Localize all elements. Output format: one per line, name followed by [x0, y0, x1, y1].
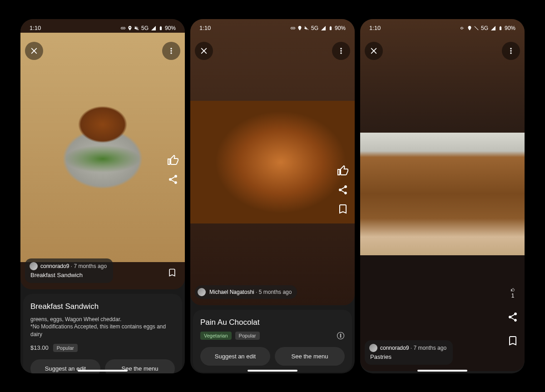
status-battery: 90% [335, 25, 346, 31]
location-icon [127, 25, 133, 31]
share-button[interactable] [168, 174, 178, 185]
close-icon [369, 46, 379, 56]
status-network: 5G [311, 25, 318, 31]
item-title: Breakfast Sandwich [30, 302, 175, 311]
share-icon [337, 184, 348, 195]
see-menu-button[interactable]: See the menu [275, 347, 345, 366]
bookmark-icon [337, 203, 348, 214]
thumbs-up-icon [337, 165, 348, 176]
item-detail-card: Pain Au Chocolat Vegetarian Popular Sugg… [193, 310, 352, 372]
share-button[interactable] [337, 184, 348, 195]
home-indicator[interactable] [78, 370, 128, 372]
more-button[interactable] [502, 42, 520, 60]
author-name: connorado9 [40, 263, 69, 269]
avatar [30, 262, 38, 270]
photo-caption: Breakfast Sandwich [30, 272, 83, 278]
signal-icon [320, 25, 327, 31]
status-bar: 1:10 5G 90% [190, 19, 355, 37]
save-button[interactable] [168, 268, 177, 279]
tag-popular: Popular [53, 344, 78, 352]
battery-icon [498, 25, 503, 31]
side-actions [168, 155, 178, 185]
item-detail-card: Breakfast Sandwich greens, eggs, Wagon W… [23, 294, 182, 373]
location-icon [467, 25, 472, 31]
status-icons [120, 25, 139, 31]
share-icon [168, 174, 178, 185]
info-icon[interactable] [337, 332, 345, 340]
more-vert-icon [506, 46, 515, 55]
more-vert-icon [337, 46, 346, 55]
close-icon [199, 46, 209, 56]
suggest-edit-button[interactable]: Suggest an edit [200, 347, 270, 366]
photo-viewer[interactable]: 1 connorado9 · 7 months ago Pastrie [360, 19, 525, 371]
phone-screen-1: 1:10 5G 90% [20, 19, 185, 373]
phone-screen-2: 1:10 5G 90% [190, 19, 355, 373]
author-time: · 5 months ago [256, 289, 292, 295]
status-time: 1:10 [369, 25, 381, 31]
author-time: · 7 months ago [411, 345, 446, 351]
author-pill[interactable]: connorado9 · 7 months ago Breakfast Sand… [25, 258, 113, 283]
location-icon [297, 25, 302, 31]
food-photo [190, 101, 355, 223]
battery-icon [159, 25, 163, 31]
food-photo [20, 33, 185, 262]
close-button[interactable] [25, 42, 43, 60]
author-time: · 7 months ago [71, 263, 107, 269]
status-time: 1:10 [30, 25, 41, 31]
nav-buttons [365, 42, 520, 60]
nav-buttons [195, 42, 350, 60]
food-photo [360, 133, 525, 255]
bookmark-icon [168, 268, 177, 278]
signal-icon [490, 25, 496, 31]
status-right: 5G 90% [120, 25, 176, 31]
more-button[interactable] [162, 42, 180, 60]
like-count: 1 [511, 293, 515, 299]
like-button[interactable]: 1 [507, 288, 518, 299]
status-bar: 1:10 5G 90% [360, 19, 525, 37]
author-pill[interactable]: connorado9 · 7 months ago Pastries [365, 340, 453, 365]
item-price: $13.00 [30, 344, 49, 351]
tag-vegetarian: Vegetarian [200, 332, 232, 340]
like-button[interactable] [168, 155, 178, 166]
like-button[interactable] [337, 165, 348, 176]
status-time: 1:10 [199, 25, 211, 31]
price-row: $13.00 Popular [30, 344, 175, 352]
share-button[interactable] [507, 312, 518, 323]
author-name: connorado9 [380, 345, 409, 351]
save-button[interactable] [337, 203, 348, 214]
nav-buttons [25, 42, 180, 60]
status-battery: 90% [165, 25, 176, 31]
vibrate-icon [304, 25, 309, 31]
battery-icon [328, 25, 333, 31]
status-right: 5G 90% [290, 25, 346, 31]
signal-icon [150, 25, 157, 31]
close-button[interactable] [195, 42, 213, 60]
status-icons [290, 25, 309, 31]
button-row: Suggest an edit See the menu [200, 347, 345, 366]
status-network: 5G [481, 25, 488, 31]
side-actions: 1 [507, 288, 518, 346]
status-right: 5G 90% [460, 25, 515, 31]
bookmark-icon [507, 335, 518, 346]
screenshots-container: 1:10 5G 90% [20, 19, 525, 373]
vibrate-icon [474, 25, 479, 31]
save-button[interactable] [507, 335, 518, 346]
thumbs-up-icon [507, 288, 518, 292]
more-button[interactable] [332, 42, 350, 60]
status-icons [460, 25, 479, 31]
status-battery: 90% [505, 25, 515, 31]
tag-popular: Popular [235, 332, 260, 340]
thumbs-up-icon [168, 155, 178, 166]
author-pill[interactable]: Michael Nagatoshi · 5 months ago [195, 285, 297, 299]
item-title: Pain Au Chocolat [200, 318, 345, 327]
home-indicator[interactable] [417, 370, 467, 372]
close-button[interactable] [365, 42, 383, 60]
link-icon [290, 25, 296, 31]
vibrate-icon [134, 25, 139, 31]
phone-screen-3: 1:10 5G 90% [360, 19, 525, 373]
home-indicator[interactable] [248, 370, 297, 372]
side-actions [337, 165, 348, 214]
photo-viewer[interactable]: Michael Nagatoshi · 5 months ago [190, 19, 355, 305]
item-description: greens, eggs, Wagon Wheel cheddar. *No M… [30, 316, 175, 338]
link-icon [120, 25, 126, 31]
